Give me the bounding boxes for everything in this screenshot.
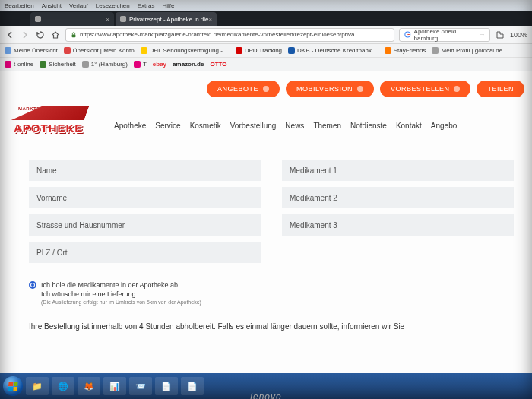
bookmark-item[interactable]: 1° (Hamburg) xyxy=(82,61,128,68)
preorder-button[interactable]: VORBESTELLEN xyxy=(380,81,471,97)
browser-tab-bar: × Privatrezept - Apotheke in die × xyxy=(0,11,532,26)
taskbar-app[interactable]: 📄 xyxy=(181,377,204,395)
page-viewport: ANGEBOTE MOBILVERSION VORBESTELLEN TEILE… xyxy=(0,71,532,373)
nav-item[interactable]: Vorbestellung xyxy=(230,122,277,130)
bookmark-favicon-icon xyxy=(236,47,242,54)
taskbar-app[interactable]: 🦊 xyxy=(78,377,100,395)
taskbar-app[interactable]: 🌐 xyxy=(52,377,74,395)
nav-item[interactable]: Service xyxy=(155,122,180,130)
bookmark-favicon-icon xyxy=(134,61,141,68)
os-menu-item[interactable]: Ansicht xyxy=(42,2,62,9)
nav-item[interactable]: Notdienste xyxy=(350,122,387,130)
bookmark-favicon-icon xyxy=(141,47,147,54)
search-box[interactable]: Apotheke obeid hamburg → xyxy=(399,28,490,42)
share-button[interactable]: TEILEN xyxy=(477,81,524,97)
bookmarks-icon[interactable] xyxy=(495,30,505,40)
firstname-field[interactable]: Vorname xyxy=(29,187,261,208)
nav-item[interactable]: Angebo xyxy=(431,122,457,130)
medication-2-field[interactable]: Medikament 2 xyxy=(282,187,514,208)
tab-favicon-icon xyxy=(120,16,126,22)
bookmark-bar-2: t-online Sicherheit 1° (Hamburg) T ebay … xyxy=(0,58,532,71)
lock-icon xyxy=(71,32,77,38)
url-text: https://www.apotheke-marktplatzgalerie-b… xyxy=(80,31,355,38)
tab-close-icon[interactable]: × xyxy=(106,16,109,23)
windows-taskbar: 📁 🌐 🦊 📊 📨 📄 📄 lenovo xyxy=(0,373,532,399)
medication-1-field[interactable]: Medikament 1 xyxy=(282,160,514,181)
os-menu-item[interactable]: Verlauf xyxy=(69,2,88,9)
bookmark-favicon-icon xyxy=(5,47,11,54)
bookmark-item[interactable]: ebay xyxy=(153,61,166,68)
browser-toolbar: https://www.apotheke-marktplatzgalerie-b… xyxy=(0,26,532,44)
bookmark-item[interactable]: DHL Sendungsverfolgung - ... xyxy=(141,47,230,54)
bookmark-item[interactable]: Übersicht | Mein Konto xyxy=(64,47,135,54)
home-button[interactable] xyxy=(50,30,61,40)
taskbar-app[interactable]: 📄 xyxy=(155,377,178,395)
delivery-options: Ich hole die Medikamente in der Apotheke… xyxy=(29,281,201,305)
phone-icon xyxy=(357,86,363,92)
offers-button[interactable]: ANGEBOTE xyxy=(207,81,280,97)
bookmark-favicon-icon xyxy=(385,47,391,54)
radio-unchecked-icon xyxy=(29,290,36,298)
pickup-radio[interactable]: Ich hole die Medikamente in der Apotheke… xyxy=(29,281,201,289)
tab-close-icon[interactable]: × xyxy=(209,16,213,23)
browser-tab[interactable]: × xyxy=(30,12,114,26)
top-action-row: ANGEBOTE MOBILVERSION VORBESTELLEN TEILE… xyxy=(207,81,524,97)
os-menu-item[interactable]: Hilfe xyxy=(162,2,174,9)
street-field[interactable]: Strasse und Hausnummer xyxy=(29,214,261,236)
search-engine-icon xyxy=(404,31,411,38)
mobile-version-button[interactable]: MOBILVERSION xyxy=(286,81,374,97)
os-menu-bar: Bearbeiten Ansicht Verlauf Lesezeichen E… xyxy=(0,0,532,11)
zip-city-field[interactable]: PLZ / Ort xyxy=(29,242,261,263)
order-info-text: Ihre Bestellung ist innerhalb von 4 Stun… xyxy=(29,322,514,331)
bookmark-favicon-icon xyxy=(64,47,71,54)
bookmark-item[interactable]: Mein Profil | golocal.de xyxy=(432,47,502,54)
main-nav: Apotheke Service Kosmetik Vorbestellung … xyxy=(114,122,524,130)
tab-favicon-icon xyxy=(35,16,41,22)
bookmark-favicon-icon xyxy=(82,61,89,68)
cart-icon xyxy=(454,86,460,92)
bookmark-item[interactable]: DKB - Deutsche Kreditbank ... xyxy=(288,47,378,54)
back-button[interactable] xyxy=(5,30,15,40)
windows-logo-icon xyxy=(8,382,17,391)
radio-checked-icon xyxy=(29,281,36,289)
reload-button[interactable] xyxy=(35,30,46,40)
bookmark-favicon-icon xyxy=(432,47,439,54)
site-logo[interactable]: MARKTPLATZ GALERIE APOTHEKE xyxy=(14,106,90,140)
os-menu-item[interactable]: Lesezeichen xyxy=(96,2,130,9)
delivery-note: (Die Auslieferung erfolgt nur im Umkreis… xyxy=(41,299,201,305)
nav-item[interactable]: Kontakt xyxy=(396,122,422,130)
bookmark-item[interactable]: T xyxy=(134,61,147,68)
search-text: Apotheke obeid hamburg xyxy=(414,28,479,42)
logo-bottom-text: APOTHEKE xyxy=(14,122,83,135)
tab-title: Privatrezept - Apotheke in die xyxy=(129,16,209,23)
taskbar-app[interactable]: 📁 xyxy=(26,377,49,395)
delivery-radio[interactable]: Ich wünsche mir eine Lieferung xyxy=(29,290,201,298)
nav-item[interactable]: Themen xyxy=(313,122,341,130)
bookmark-item[interactable]: t-online xyxy=(5,61,33,68)
laptop-brand-label: lenovo xyxy=(250,391,281,399)
bookmark-item[interactable]: Sicherheit xyxy=(40,61,76,68)
bookmark-item[interactable]: OTTO xyxy=(210,61,226,68)
bookmark-favicon-icon xyxy=(40,61,46,68)
os-menu-item[interactable]: Bearbeiten xyxy=(5,2,34,9)
name-field[interactable]: Name xyxy=(29,160,261,181)
nav-item[interactable]: Apotheke xyxy=(114,122,146,130)
medication-3-field[interactable]: Medikament 3 xyxy=(282,214,514,236)
bookmark-favicon-icon xyxy=(288,47,295,54)
bookmark-item[interactable]: StayFriends xyxy=(385,47,426,54)
browser-tab-active[interactable]: Privatrezept - Apotheke in die × xyxy=(116,12,217,26)
nav-item[interactable]: Kosmetik xyxy=(190,122,221,130)
nav-item[interactable]: News xyxy=(285,122,304,130)
taskbar-app[interactable]: 📊 xyxy=(103,377,126,395)
bookmark-item[interactable]: DPD Tracking xyxy=(236,47,282,54)
forward-button[interactable] xyxy=(20,30,30,40)
bookmark-bar: Meine Übersicht Übersicht | Mein Konto D… xyxy=(0,44,532,58)
zoom-level[interactable]: 100% xyxy=(510,31,527,39)
taskbar-app[interactable]: 📨 xyxy=(129,377,152,395)
start-button[interactable] xyxy=(3,376,23,396)
address-bar[interactable]: https://www.apotheke-marktplatzgalerie-b… xyxy=(65,28,394,42)
os-menu-item[interactable]: Extras xyxy=(138,2,155,9)
bookmark-item[interactable]: Meine Übersicht xyxy=(5,47,58,54)
bookmark-item[interactable]: amazon.de xyxy=(173,61,204,68)
star-icon xyxy=(263,86,269,92)
